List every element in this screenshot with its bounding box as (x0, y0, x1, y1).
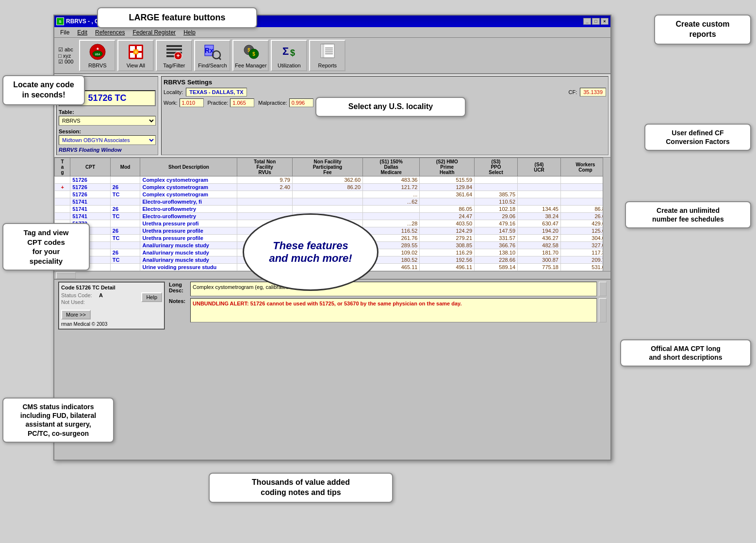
help-button[interactable]: Help (141, 292, 162, 302)
menu-file[interactable]: File (56, 28, 73, 37)
notes-label: Notes: (169, 298, 188, 322)
maximize-button[interactable]: □ (592, 18, 600, 25)
svg-text:$: $ (290, 48, 295, 58)
mod-cell: TC (110, 235, 140, 242)
menu-federal-register[interactable]: Federal Register (129, 28, 180, 37)
svg-rect-12 (166, 48, 182, 50)
col-s4: (S4)UCR (518, 158, 561, 176)
mod-cell (110, 220, 140, 227)
footer-info: rman Medical © 2003 (61, 321, 162, 327)
footer-company: rman Medical (61, 321, 90, 327)
tnf-cell (237, 198, 292, 206)
desc-cell: Anal/urinary muscle study (140, 242, 237, 249)
s3-cell (475, 176, 518, 184)
mod-cell: 26 (110, 227, 140, 235)
callout-cms-status: CMS status indicatorsincluding FUD, bila… (2, 398, 114, 443)
menu-references[interactable]: References (91, 28, 129, 37)
tnf-cell: 2.40 (237, 184, 292, 191)
table-row[interactable]: + 51726 26 Complex cystometrogram 2.40 8… (55, 184, 610, 191)
rbrvs-label: RBRVS (88, 63, 107, 68)
checkbox-xyz[interactable]: □xyz (58, 53, 73, 59)
notes-row: Notes: UNBUNDLING ALERT: 51726 cannot be… (169, 298, 607, 322)
col-desc: Short Description (140, 158, 237, 176)
s2-cell: 279.21 (420, 235, 475, 242)
malpractice-value[interactable]: 0.996 (289, 98, 313, 107)
col-s2: (S2) HMOPrimeHealth (420, 158, 475, 176)
callout-cms-status-text: CMS status indicatorsincluding FUD, bila… (20, 403, 96, 437)
callout-official-ama: Offical AMA CPT longand short descriptio… (620, 339, 751, 367)
table-row[interactable]: 51741 26 Electro-uroflowmetry 86.05 102.… (55, 206, 610, 213)
long-desc-scrollbar[interactable] (599, 282, 607, 296)
cpt-cell[interactable]: 51726 (70, 176, 111, 184)
cf-value: 35.1339 (580, 88, 606, 96)
vertical-scrollbar[interactable] (603, 158, 610, 271)
mod-cell: TC (110, 256, 140, 264)
desc-cell: Urethra pressure profi (140, 220, 237, 227)
session-select[interactable]: Midtown OBGYN Associates (59, 135, 156, 145)
s4-cell: 482.58 (518, 242, 561, 249)
tag-filter-button[interactable]: + Tag/Filter (156, 40, 192, 71)
practice-label: Practice: (208, 100, 229, 106)
rbrvs-button[interactable]: ★ USA RBRVS (79, 40, 115, 71)
minimize-button[interactable]: _ (583, 18, 591, 25)
more-button[interactable]: More >> (61, 310, 91, 319)
s1-cell: 121.72 (363, 184, 420, 191)
close-button[interactable]: × (601, 18, 608, 25)
table-row[interactable]: 51726 TC Complex cystometrogram ... 361.… (55, 191, 610, 198)
col-s3: (S3)PPOSelect (475, 158, 518, 176)
cpt-cell[interactable]: 51741 (70, 206, 111, 213)
s2-cell (420, 198, 475, 206)
tnf-cell (237, 206, 292, 213)
utilization-button[interactable]: Σ $ Utilization (271, 40, 307, 71)
checkbox-000[interactable]: ☑000 (58, 59, 73, 65)
cpt-cell[interactable]: 51726 (70, 191, 111, 198)
svg-text:+: + (176, 52, 180, 59)
cpt-cell[interactable]: 51741 (70, 213, 111, 220)
work-value[interactable]: 1.010 (180, 98, 204, 107)
s1-cell (363, 213, 420, 220)
svg-text:+: + (135, 50, 137, 54)
cpt-cell[interactable]: 51741 (70, 198, 111, 206)
callout-large-feature-text: LARGE feature buttons (129, 13, 225, 22)
mod-cell (110, 264, 140, 271)
col-nfpf: Non FacilityParticipatingFee (292, 158, 362, 176)
tag-cell: + (55, 184, 70, 191)
s4-cell (518, 176, 561, 184)
svg-line-20 (219, 58, 221, 60)
not-used-row: Not Used: (61, 299, 103, 305)
table-row[interactable]: 51741 Electro-uroflowmetry, fi ...62 110… (55, 198, 610, 206)
menu-edit[interactable]: Edit (73, 28, 91, 37)
s1-cell (363, 206, 420, 213)
callout-unlimited-fee-text: Create an unlimitednumber fee schedules (652, 207, 724, 223)
find-search-button[interactable]: Rx Find/Search (194, 40, 230, 71)
col-cpt: CPT (70, 158, 111, 176)
s4-cell (518, 198, 561, 206)
reports-label: Reports (318, 63, 337, 68)
col-tnf: Total NonFacilityRVUs (237, 158, 292, 176)
fee-manager-button[interactable]: $ $ Fee Manager (232, 40, 269, 71)
s2-cell: 308.85 (420, 242, 475, 249)
svg-rect-11 (166, 45, 182, 47)
checkbox-abc[interactable]: ☑abc (58, 47, 73, 53)
desc-cell: Urine voiding pressure studu (140, 264, 237, 271)
not-used-label: Not Used: (61, 299, 95, 305)
nfpf-cell: 362.60 (292, 176, 362, 184)
detail-right-panel: Long Desc: Complex cystometrogram (eg, c… (169, 282, 607, 330)
view-all-button[interactable]: + View All (117, 40, 154, 71)
menu-help[interactable]: Help (180, 28, 199, 37)
nfpf-cell (292, 191, 362, 198)
s4-cell: 436.27 (518, 235, 561, 242)
rbrvs-icon: ★ USA (89, 43, 106, 61)
cpt-cell[interactable]: 51726 (70, 184, 111, 191)
title-bar-controls[interactable]: _ □ × (583, 18, 608, 25)
reports-button[interactable]: Reports (309, 40, 345, 71)
callout-large-feature: LARGE feature buttons (97, 7, 257, 28)
notes-scrollbar[interactable] (599, 298, 607, 322)
table-select[interactable]: RBRVS (59, 116, 156, 126)
table-row[interactable]: 51726 Complex cystometrogram 9.79 362.60… (55, 176, 610, 184)
mod-cell: 26 (110, 184, 140, 191)
menu-bar: File Edit References Federal Register He… (54, 27, 610, 38)
tag-cell (55, 191, 70, 198)
mod-cell: 26 (110, 206, 140, 213)
practice-value[interactable]: 1.065 (230, 98, 254, 107)
